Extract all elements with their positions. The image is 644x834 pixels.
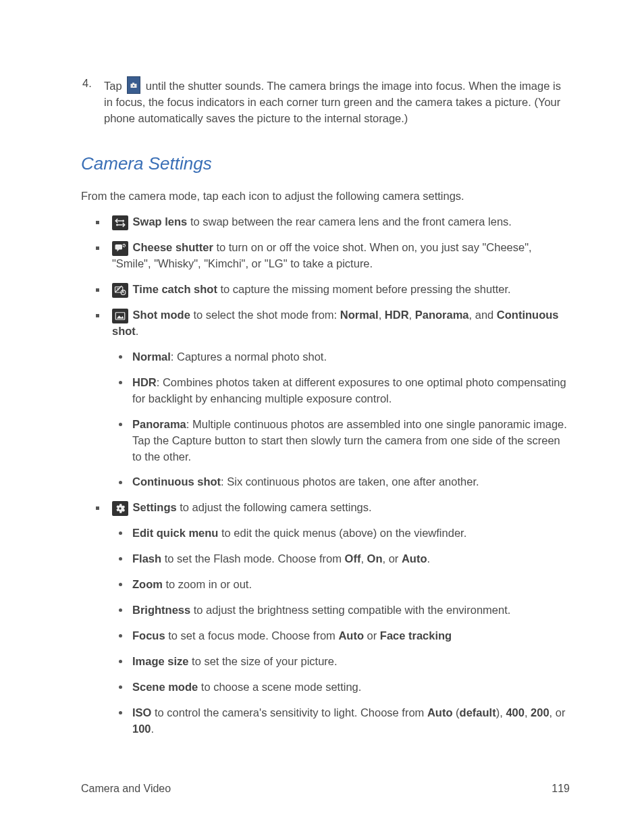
item-name: Image size — [132, 655, 188, 667]
camera-icon — [127, 76, 140, 94]
flash-on: On — [367, 552, 383, 565]
close: ), — [496, 706, 506, 719]
flash-off: Off — [345, 552, 361, 565]
item-name: Zoom — [132, 578, 163, 590]
feature-desc: to swap between the rear camera lens and… — [187, 215, 512, 228]
feature-name: Shot mode — [133, 309, 190, 321]
list-item: Panorama: Multiple continuous photos are… — [112, 417, 570, 465]
shot-mode-icon — [112, 309, 128, 323]
list-item: Normal: Captures a normal photo shot. — [112, 349, 570, 365]
cheese-shutter-icon — [112, 241, 128, 256]
list-item: ISO to control the camera's sensitivity … — [112, 705, 570, 737]
step-text-after: until the shutter sounds. The camera bri… — [104, 80, 561, 124]
feature-settings: Settings to adjust the following camera … — [81, 500, 570, 737]
list-item: HDR: Combines photos taken at different … — [112, 375, 570, 407]
shot-mode-normal: Normal — [340, 309, 379, 321]
list-item: Focus to set a focus mode. Choose from A… — [112, 628, 570, 644]
svg-line-10 — [124, 292, 125, 293]
svg-point-3 — [122, 220, 124, 222]
item-desc: : Six continuous photos are taken, one a… — [221, 475, 479, 488]
feature-name: Swap lens — [133, 215, 188, 228]
list-item: Brightness to adjust the brightness sett… — [112, 602, 570, 619]
item-desc: to edit the quick menus (above) on the v… — [218, 527, 466, 539]
and: , and — [469, 309, 497, 321]
item-name: Brightness — [132, 604, 190, 616]
page-footer: Camera and Video 119 — [81, 781, 570, 796]
sep: , — [525, 706, 531, 719]
focus-auto: Auto — [338, 629, 364, 642]
period: . — [427, 552, 431, 565]
item-name: Focus — [132, 629, 165, 642]
item-name: Normal — [132, 350, 171, 363]
iso-100: 100 — [132, 723, 151, 735]
item-desc: : Captures a normal photo shot. — [171, 350, 327, 363]
list-item: Scene mode to choose a scene mode settin… — [112, 679, 570, 696]
section-heading: Camera Settings — [81, 151, 570, 177]
sep: , — [360, 552, 367, 565]
list-item: Image size to set the size of your pictu… — [112, 654, 570, 670]
list-item: Continuous shot: Six continuous photos a… — [112, 474, 570, 490]
feature-name: Time catch shot — [133, 283, 217, 295]
iso-auto: Auto — [427, 706, 453, 719]
or: , or — [549, 706, 566, 719]
pre: to set a focus mode. Choose from — [165, 629, 339, 642]
item-name: Scene mode — [132, 681, 198, 693]
period: . — [136, 325, 139, 337]
item-name: Continuous shot — [132, 475, 221, 488]
sep: , — [379, 309, 385, 321]
footer-section: Camera and Video — [81, 781, 171, 796]
item-name: Flash — [132, 552, 161, 565]
feature-desc: to adjust the following camera settings. — [177, 501, 372, 513]
item-name: Panorama — [132, 418, 186, 430]
page-number: 119 — [552, 781, 570, 796]
item-desc: to set the size of your picture. — [188, 655, 337, 667]
intro-text: From the camera mode, tap each icon to a… — [81, 188, 570, 205]
step-number: 4. — [82, 76, 92, 92]
feature-swap-lens: Swap lens to swap between the rear camer… — [81, 214, 570, 230]
or: , or — [383, 552, 402, 565]
settings-icon — [112, 501, 128, 516]
open: ( — [453, 706, 460, 719]
shot-mode-hdr: HDR — [385, 309, 409, 321]
feature-name: Cheese shutter — [133, 241, 213, 253]
item-desc: to adjust the brightness setting compati… — [190, 604, 510, 616]
sep: , — [409, 309, 415, 321]
or: or — [364, 629, 380, 642]
swap-lens-icon — [112, 215, 128, 230]
iso-400: 400 — [506, 706, 525, 719]
feature-shot-mode: Shot mode to select the shot mode from: … — [81, 307, 570, 490]
feature-cheese-shutter: Cheese shutter to turn on or off the voi… — [81, 240, 570, 272]
flash-auto: Auto — [402, 552, 427, 565]
item-name: Edit quick menu — [132, 527, 218, 539]
pre: to control the camera's sensitivity to l… — [151, 706, 427, 719]
list-item: Zoom to zoom in or out. — [112, 577, 570, 593]
svg-rect-1 — [132, 83, 134, 84]
item-desc: to choose a scene mode setting. — [198, 681, 361, 693]
feature-time-catch-shot: Time catch shot to capture the missing m… — [81, 282, 570, 298]
feature-list: Swap lens to swap between the rear camer… — [81, 214, 570, 737]
iso-200: 200 — [531, 706, 549, 719]
item-desc: : Multiple continuous photos are assembl… — [132, 418, 567, 463]
item-name: ISO — [132, 706, 151, 719]
item-name: HDR — [132, 376, 157, 388]
item-desc: to zoom in or out. — [163, 578, 252, 590]
pre: to set the Flash mode. Choose from — [161, 552, 344, 565]
step-list: 4. Tap until the shutter sounds. The cam… — [81, 74, 570, 127]
shot-mode-panorama: Panorama — [415, 309, 469, 321]
item-desc: : Combines photos taken at different exp… — [132, 376, 566, 405]
svg-point-12 — [119, 507, 121, 509]
settings-sublist: Edit quick menu to edit the quick menus … — [112, 525, 570, 737]
focus-face: Face tracking — [380, 629, 452, 642]
list-item: Flash to set the Flash mode. Choose from… — [112, 551, 570, 567]
step-text-before: Tap — [104, 80, 125, 92]
iso-default: default — [460, 706, 496, 719]
shot-mode-sublist: Normal: Captures a normal photo shot. HD… — [112, 349, 570, 490]
shot-mode-pre: to select the shot mode from: — [190, 309, 340, 321]
list-item: Edit quick menu to edit the quick menus … — [112, 525, 570, 542]
period: . — [151, 723, 155, 735]
svg-point-4 — [116, 224, 118, 226]
feature-name: Settings — [133, 501, 177, 513]
time-catch-shot-icon — [112, 283, 128, 298]
svg-point-2 — [133, 84, 135, 86]
feature-desc: to capture the missing moment before pre… — [217, 283, 511, 295]
